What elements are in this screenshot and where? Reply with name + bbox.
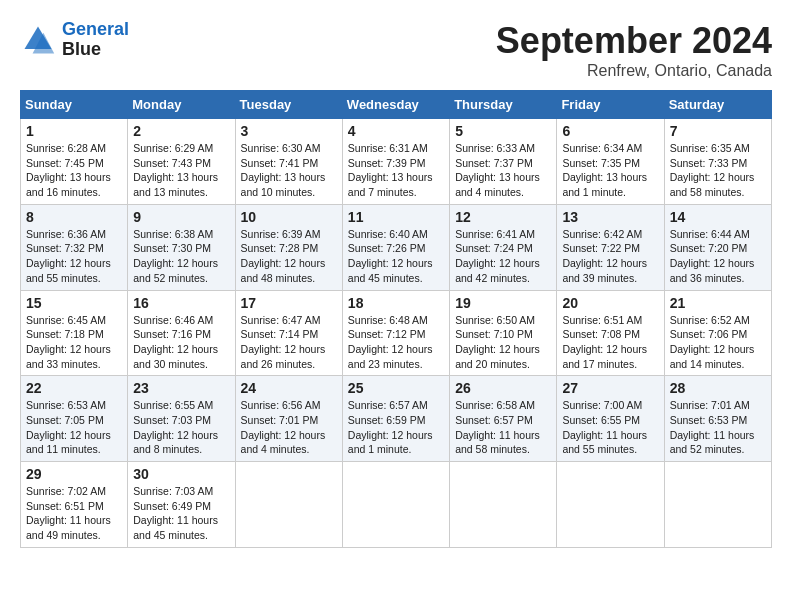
day-info: Sunrise: 7:00 AM Sunset: 6:55 PM Dayligh… bbox=[562, 398, 658, 457]
day-number: 8 bbox=[26, 209, 122, 225]
day-number: 3 bbox=[241, 123, 337, 139]
day-info: Sunrise: 6:30 AM Sunset: 7:41 PM Dayligh… bbox=[241, 141, 337, 200]
calendar-day-cell: 5Sunrise: 6:33 AM Sunset: 7:37 PM Daylig… bbox=[450, 119, 557, 205]
calendar-day-cell: 22Sunrise: 6:53 AM Sunset: 7:05 PM Dayli… bbox=[21, 376, 128, 462]
day-number: 25 bbox=[348, 380, 444, 396]
month-title: September 2024 bbox=[496, 20, 772, 62]
day-info: Sunrise: 6:57 AM Sunset: 6:59 PM Dayligh… bbox=[348, 398, 444, 457]
calendar-day-cell: 14Sunrise: 6:44 AM Sunset: 7:20 PM Dayli… bbox=[664, 204, 771, 290]
weekday-header: Wednesday bbox=[342, 91, 449, 119]
calendar-day-cell: 16Sunrise: 6:46 AM Sunset: 7:16 PM Dayli… bbox=[128, 290, 235, 376]
day-info: Sunrise: 6:44 AM Sunset: 7:20 PM Dayligh… bbox=[670, 227, 766, 286]
day-number: 30 bbox=[133, 466, 229, 482]
day-info: Sunrise: 7:03 AM Sunset: 6:49 PM Dayligh… bbox=[133, 484, 229, 543]
calendar-day-cell: 24Sunrise: 6:56 AM Sunset: 7:01 PM Dayli… bbox=[235, 376, 342, 462]
day-number: 12 bbox=[455, 209, 551, 225]
day-number: 28 bbox=[670, 380, 766, 396]
day-number: 11 bbox=[348, 209, 444, 225]
calendar-day-cell: 2Sunrise: 6:29 AM Sunset: 7:43 PM Daylig… bbox=[128, 119, 235, 205]
day-number: 24 bbox=[241, 380, 337, 396]
calendar-day-cell: 18Sunrise: 6:48 AM Sunset: 7:12 PM Dayli… bbox=[342, 290, 449, 376]
day-info: Sunrise: 6:36 AM Sunset: 7:32 PM Dayligh… bbox=[26, 227, 122, 286]
calendar-day-cell bbox=[450, 462, 557, 548]
day-number: 5 bbox=[455, 123, 551, 139]
calendar-day-cell bbox=[664, 462, 771, 548]
calendar-day-cell: 10Sunrise: 6:39 AM Sunset: 7:28 PM Dayli… bbox=[235, 204, 342, 290]
weekday-header: Monday bbox=[128, 91, 235, 119]
page-header: General Blue September 2024 Renfrew, Ont… bbox=[20, 20, 772, 80]
day-info: Sunrise: 6:29 AM Sunset: 7:43 PM Dayligh… bbox=[133, 141, 229, 200]
calendar-day-cell: 26Sunrise: 6:58 AM Sunset: 6:57 PM Dayli… bbox=[450, 376, 557, 462]
day-info: Sunrise: 6:41 AM Sunset: 7:24 PM Dayligh… bbox=[455, 227, 551, 286]
location: Renfrew, Ontario, Canada bbox=[496, 62, 772, 80]
day-number: 26 bbox=[455, 380, 551, 396]
logo: General Blue bbox=[20, 20, 129, 60]
calendar-day-cell: 11Sunrise: 6:40 AM Sunset: 7:26 PM Dayli… bbox=[342, 204, 449, 290]
day-number: 17 bbox=[241, 295, 337, 311]
day-info: Sunrise: 6:47 AM Sunset: 7:14 PM Dayligh… bbox=[241, 313, 337, 372]
calendar-day-cell: 19Sunrise: 6:50 AM Sunset: 7:10 PM Dayli… bbox=[450, 290, 557, 376]
day-number: 18 bbox=[348, 295, 444, 311]
day-info: Sunrise: 6:31 AM Sunset: 7:39 PM Dayligh… bbox=[348, 141, 444, 200]
day-info: Sunrise: 7:01 AM Sunset: 6:53 PM Dayligh… bbox=[670, 398, 766, 457]
day-number: 13 bbox=[562, 209, 658, 225]
weekday-header: Sunday bbox=[21, 91, 128, 119]
calendar-day-cell: 12Sunrise: 6:41 AM Sunset: 7:24 PM Dayli… bbox=[450, 204, 557, 290]
calendar-day-cell: 3Sunrise: 6:30 AM Sunset: 7:41 PM Daylig… bbox=[235, 119, 342, 205]
calendar-day-cell: 23Sunrise: 6:55 AM Sunset: 7:03 PM Dayli… bbox=[128, 376, 235, 462]
calendar-day-cell bbox=[557, 462, 664, 548]
logo-icon bbox=[20, 22, 56, 58]
day-info: Sunrise: 6:35 AM Sunset: 7:33 PM Dayligh… bbox=[670, 141, 766, 200]
day-info: Sunrise: 6:46 AM Sunset: 7:16 PM Dayligh… bbox=[133, 313, 229, 372]
logo-text: General Blue bbox=[62, 20, 129, 60]
calendar-day-cell: 1Sunrise: 6:28 AM Sunset: 7:45 PM Daylig… bbox=[21, 119, 128, 205]
day-info: Sunrise: 6:51 AM Sunset: 7:08 PM Dayligh… bbox=[562, 313, 658, 372]
calendar-week-row: 1Sunrise: 6:28 AM Sunset: 7:45 PM Daylig… bbox=[21, 119, 772, 205]
day-info: Sunrise: 6:56 AM Sunset: 7:01 PM Dayligh… bbox=[241, 398, 337, 457]
calendar-day-cell: 25Sunrise: 6:57 AM Sunset: 6:59 PM Dayli… bbox=[342, 376, 449, 462]
calendar-day-cell: 4Sunrise: 6:31 AM Sunset: 7:39 PM Daylig… bbox=[342, 119, 449, 205]
weekday-header: Friday bbox=[557, 91, 664, 119]
day-number: 4 bbox=[348, 123, 444, 139]
weekday-header: Thursday bbox=[450, 91, 557, 119]
calendar-week-row: 15Sunrise: 6:45 AM Sunset: 7:18 PM Dayli… bbox=[21, 290, 772, 376]
day-info: Sunrise: 6:38 AM Sunset: 7:30 PM Dayligh… bbox=[133, 227, 229, 286]
calendar-day-cell: 6Sunrise: 6:34 AM Sunset: 7:35 PM Daylig… bbox=[557, 119, 664, 205]
day-info: Sunrise: 6:52 AM Sunset: 7:06 PM Dayligh… bbox=[670, 313, 766, 372]
day-info: Sunrise: 6:40 AM Sunset: 7:26 PM Dayligh… bbox=[348, 227, 444, 286]
weekday-header: Tuesday bbox=[235, 91, 342, 119]
day-info: Sunrise: 6:55 AM Sunset: 7:03 PM Dayligh… bbox=[133, 398, 229, 457]
day-number: 9 bbox=[133, 209, 229, 225]
day-number: 16 bbox=[133, 295, 229, 311]
day-info: Sunrise: 6:42 AM Sunset: 7:22 PM Dayligh… bbox=[562, 227, 658, 286]
day-number: 1 bbox=[26, 123, 122, 139]
day-info: Sunrise: 6:28 AM Sunset: 7:45 PM Dayligh… bbox=[26, 141, 122, 200]
calendar-header-row: SundayMondayTuesdayWednesdayThursdayFrid… bbox=[21, 91, 772, 119]
calendar-week-row: 29Sunrise: 7:02 AM Sunset: 6:51 PM Dayli… bbox=[21, 462, 772, 548]
day-number: 29 bbox=[26, 466, 122, 482]
day-info: Sunrise: 6:58 AM Sunset: 6:57 PM Dayligh… bbox=[455, 398, 551, 457]
day-info: Sunrise: 6:39 AM Sunset: 7:28 PM Dayligh… bbox=[241, 227, 337, 286]
calendar-day-cell: 8Sunrise: 6:36 AM Sunset: 7:32 PM Daylig… bbox=[21, 204, 128, 290]
weekday-header: Saturday bbox=[664, 91, 771, 119]
calendar-day-cell: 9Sunrise: 6:38 AM Sunset: 7:30 PM Daylig… bbox=[128, 204, 235, 290]
calendar-day-cell: 27Sunrise: 7:00 AM Sunset: 6:55 PM Dayli… bbox=[557, 376, 664, 462]
day-info: Sunrise: 6:48 AM Sunset: 7:12 PM Dayligh… bbox=[348, 313, 444, 372]
day-number: 22 bbox=[26, 380, 122, 396]
day-info: Sunrise: 6:34 AM Sunset: 7:35 PM Dayligh… bbox=[562, 141, 658, 200]
day-number: 15 bbox=[26, 295, 122, 311]
calendar-day-cell: 21Sunrise: 6:52 AM Sunset: 7:06 PM Dayli… bbox=[664, 290, 771, 376]
day-number: 7 bbox=[670, 123, 766, 139]
calendar-day-cell: 28Sunrise: 7:01 AM Sunset: 6:53 PM Dayli… bbox=[664, 376, 771, 462]
day-number: 14 bbox=[670, 209, 766, 225]
day-info: Sunrise: 6:45 AM Sunset: 7:18 PM Dayligh… bbox=[26, 313, 122, 372]
calendar-day-cell bbox=[342, 462, 449, 548]
calendar-day-cell: 29Sunrise: 7:02 AM Sunset: 6:51 PM Dayli… bbox=[21, 462, 128, 548]
title-block: September 2024 Renfrew, Ontario, Canada bbox=[496, 20, 772, 80]
day-number: 21 bbox=[670, 295, 766, 311]
calendar-day-cell: 7Sunrise: 6:35 AM Sunset: 7:33 PM Daylig… bbox=[664, 119, 771, 205]
day-info: Sunrise: 7:02 AM Sunset: 6:51 PM Dayligh… bbox=[26, 484, 122, 543]
calendar-day-cell: 30Sunrise: 7:03 AM Sunset: 6:49 PM Dayli… bbox=[128, 462, 235, 548]
calendar-week-row: 8Sunrise: 6:36 AM Sunset: 7:32 PM Daylig… bbox=[21, 204, 772, 290]
day-number: 27 bbox=[562, 380, 658, 396]
